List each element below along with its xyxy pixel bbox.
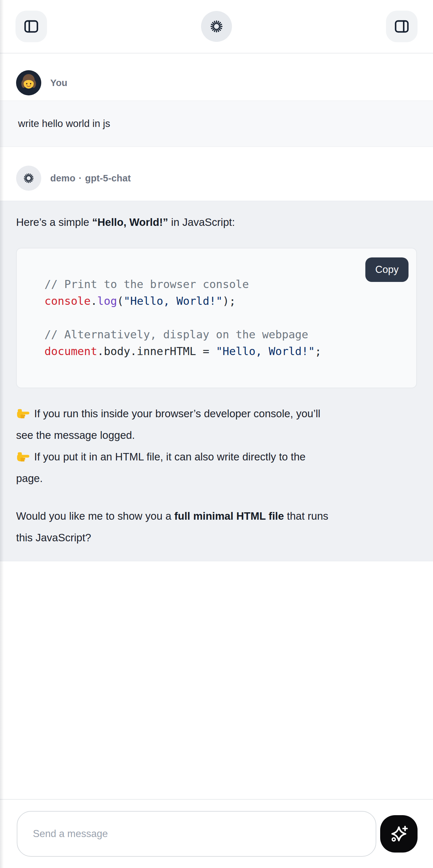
bold-text: full minimal HTML file <box>174 510 284 522</box>
text-run: that runs <box>284 510 328 522</box>
code-line: console.log("Hello, World!"); <box>44 292 407 309</box>
code-token-string: "Hello, World!" <box>216 345 315 358</box>
text-run: If you put it in an HTML file, it can al… <box>34 451 305 463</box>
model-name: gpt-5-chat <box>85 173 131 183</box>
user-name: You <box>50 78 67 88</box>
name-separator: · <box>79 173 82 183</box>
panel-left-icon <box>23 18 40 35</box>
paragraph-line: see the message logged. <box>16 424 415 446</box>
app-logo <box>201 11 232 42</box>
code-block: Copy // Print to the browser consolecons… <box>16 248 417 388</box>
user-message: You write hello world in js <box>0 54 433 147</box>
user-message-header: You <box>0 54 433 100</box>
copy-button[interactable]: Copy <box>365 257 408 282</box>
code-token-keyword: document <box>44 345 97 358</box>
code-line <box>44 309 407 326</box>
code-line: // Print to the browser console <box>44 276 407 292</box>
assistant-paragraphs: If you run this inside your browser’s de… <box>16 403 415 548</box>
code-token-plain: .body.innerHTML = <box>97 345 216 358</box>
starburst-icon <box>22 172 35 185</box>
paragraph-line: this JavaScript? <box>16 527 415 548</box>
top-bar <box>0 0 433 54</box>
assistant-name: demo·gpt-5-chat <box>50 173 131 184</box>
person-emoji-avatar <box>16 70 41 95</box>
bold-text: “Hello, World!” <box>92 216 168 228</box>
panel-right-icon <box>393 18 410 35</box>
assistant-avatar <box>16 165 41 191</box>
assistant-paragraph: Would you like me to show you a full min… <box>16 505 415 548</box>
pointing-right-icon <box>16 407 30 420</box>
user-message-bubble: write hello world in js <box>0 100 433 147</box>
right-panel-toggle-button[interactable] <box>386 11 417 42</box>
paragraph-line: Would you like me to show you a full min… <box>16 505 415 527</box>
code-token-plain: ); <box>223 294 236 307</box>
sparkles-icon <box>388 823 409 844</box>
code-token-keyword: console <box>44 294 91 307</box>
new-chat-button[interactable] <box>380 815 417 852</box>
code-line: // Alternatively, display on the webpage <box>44 326 407 343</box>
paragraph-line: If you run this inside your browser’s de… <box>16 403 415 424</box>
assistant-intro-text: Here’s a simple “Hello, World!” in JavaS… <box>16 211 415 233</box>
paragraph-line: If you put it in an HTML file, it can al… <box>16 446 415 467</box>
user-avatar <box>16 70 41 95</box>
conversation: You write hello world in js demo·gpt-5-c… <box>0 54 433 561</box>
code-token-comment: // Alternatively, display on the webpage <box>44 328 308 341</box>
text-run: If you run this inside your browser’s de… <box>34 408 320 420</box>
assistant-message-body: Here’s a simple “Hello, World!” in JavaS… <box>0 201 433 561</box>
code-line: document.body.innerHTML = "Hello, World!… <box>44 343 407 360</box>
paragraph-line: page. <box>16 467 415 489</box>
code-token-comment: // Print to the browser console <box>44 278 249 290</box>
code-content: // Print to the browser consoleconsole.l… <box>44 276 407 360</box>
starburst-icon <box>208 18 225 35</box>
code-token-plain: ; <box>315 345 321 358</box>
message-input[interactable] <box>17 811 376 857</box>
code-token-function: log <box>97 294 117 307</box>
text-run: Would you like me to show you a <box>16 510 174 522</box>
assistant-message: demo·gpt-5-chat Here’s a simple “Hello, … <box>0 147 433 561</box>
sidebar-toggle-button[interactable] <box>16 11 47 42</box>
assistant-message-header: demo·gpt-5-chat <box>0 147 433 201</box>
text-run: this JavaScript? <box>16 532 91 544</box>
code-token-plain: ( <box>117 294 123 307</box>
pointing-right-icon <box>16 451 30 463</box>
text-run: page. <box>16 472 43 484</box>
text-run: see the message logged. <box>16 429 135 441</box>
text-run: Here’s a simple <box>16 216 92 228</box>
assistant-paragraph: If you run this inside your browser’s de… <box>16 403 415 489</box>
composer <box>0 799 433 868</box>
text-run: in JavaScript: <box>168 216 235 228</box>
code-token-plain: . <box>91 294 97 307</box>
code-token-string: "Hello, World!" <box>124 294 223 307</box>
user-message-text: write hello world in js <box>18 118 110 129</box>
